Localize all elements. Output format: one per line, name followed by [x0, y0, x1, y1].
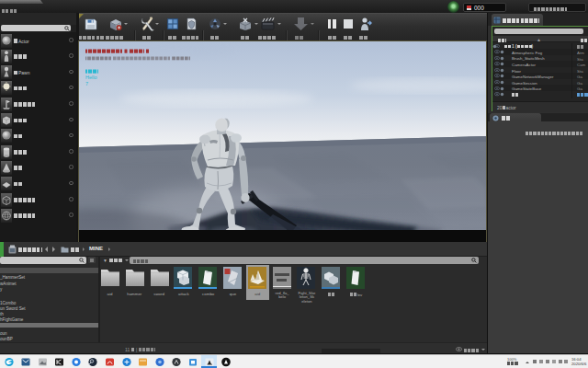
svg-text:Hello: Hello	[85, 75, 97, 80]
svg-text:7: 7	[85, 81, 88, 86]
